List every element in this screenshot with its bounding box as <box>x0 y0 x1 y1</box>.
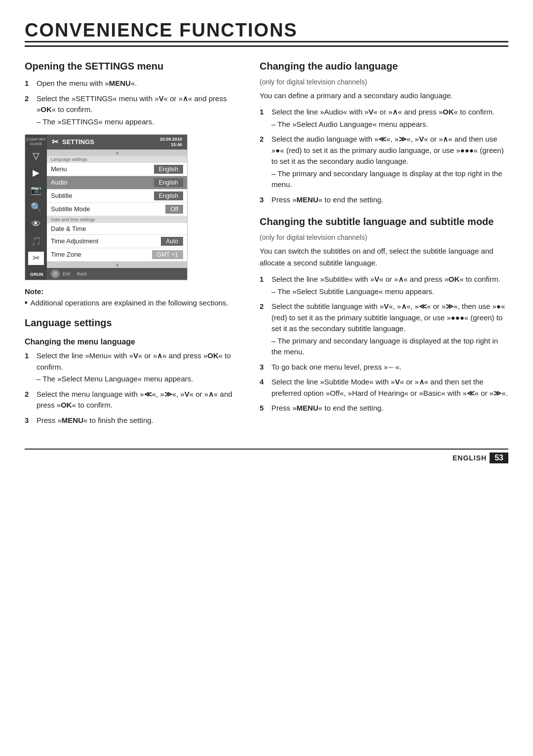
sidebar-icon-settings: ✂ <box>28 252 44 265</box>
menu-lang-step-3: 3 Press »MENU« to finish the setting. <box>25 415 242 426</box>
changing-subtitle-section: Changing the subtitle language and subti… <box>260 216 508 414</box>
menu-row-menu: Menu English <box>47 163 187 176</box>
subtitle-step-2: 2 Select the subtitle language with »V«,… <box>260 301 508 358</box>
sidebar-icon-eye: 👁 <box>28 218 44 231</box>
note-box: Note: Additional operations are explaine… <box>25 287 242 309</box>
svg-text:GRUNDIG: GRUNDIG <box>30 272 43 277</box>
language-settings-heading: Language settings <box>25 317 242 329</box>
menu-row-subtitle: Subtitle English <box>47 189 187 203</box>
menu-row-audio: Audio English <box>47 176 187 189</box>
menu-row-time-zone: Time Zone GMT +1 <box>47 248 187 262</box>
language-settings-section: Language settings Changing the menu lang… <box>25 317 242 426</box>
menu-datetime: 20.09.2010 15:46 <box>160 137 182 148</box>
grundig-logo-icon: GRUNDIG <box>29 269 43 278</box>
menu-exit-label: Exit <box>63 271 70 276</box>
settings-icon: ✂ <box>52 137 58 147</box>
menu-down-arrow: ∨ <box>47 262 187 268</box>
menu-sidebar: COMFORTGUIDE ▽ ▶ 📷 🔍 👁 🎵 ✂ GRUNDIG <box>25 135 47 280</box>
subtitle-intro: You can switch the subtitles on and off,… <box>260 245 508 269</box>
note-item-1: Additional operations are explained in t… <box>25 298 242 309</box>
menu-row-time-adjustment: Time Adjustment Auto <box>47 235 187 248</box>
menu-up-arrow: ∧ <box>47 150 187 156</box>
menu-row-subtitle-mode: Subtitle Mode Off <box>47 203 187 216</box>
menu-row-datetime: Date & Time <box>47 223 187 235</box>
step-1: 1 Open the menu with »MENU«. <box>25 78 242 89</box>
page-title: CONVENIENCE FUNCTIONS <box>25 20 508 47</box>
changing-menu-language-heading: Changing the menu language <box>25 338 242 346</box>
audio-step-3: 3 Press »MENU« to end the setting. <box>260 194 508 206</box>
menu-section-datetime: Date and time settings <box>47 216 187 223</box>
page-footer: ENGLISH 53 <box>25 449 508 463</box>
left-column: Opening the SETTINGS menu 1 Open the men… <box>25 61 242 431</box>
changing-audio-heading: Changing the audio language <box>260 61 508 72</box>
sidebar-icon-audio: 🎵 <box>28 234 44 248</box>
menu-header-title-text: SETTINGS <box>62 138 94 146</box>
changing-audio-steps: 1 Select the line »Audio« with »V« or »∧… <box>260 107 508 205</box>
changing-menu-language-steps: 1 Select the line »Menu« with »V« or »∧«… <box>25 350 242 426</box>
step-2: 2 Select the »SETTINGS« menu with »V« or… <box>25 93 242 128</box>
menu-back-label: Back <box>77 271 87 276</box>
menu-section-language: Language settings <box>47 156 187 163</box>
right-column: Changing the audio language (only for di… <box>260 61 508 431</box>
menu-header: ✂ SETTINGS 20.09.2010 15:46 <box>47 135 187 150</box>
opening-settings-section: Opening the SETTINGS menu 1 Open the men… <box>25 61 242 127</box>
opening-settings-heading: Opening the SETTINGS menu <box>25 61 242 72</box>
sidebar-icon-search: 🔍 <box>28 200 44 214</box>
subtitle-step-3: 3 To go back one menu level, press »←«. <box>260 362 508 373</box>
menu-main-area: ✂ SETTINGS 20.09.2010 15:46 ∧ Language s… <box>47 135 187 280</box>
audio-step-1: 1 Select the line »Audio« with »V« or »∧… <box>260 107 508 130</box>
sidebar-icon-photo: 📷 <box>28 184 44 197</box>
footer-page-number: 53 <box>490 453 508 463</box>
audio-intro: You can define a primary and a secondary… <box>260 90 508 102</box>
opening-settings-steps: 1 Open the menu with »MENU«. 2 Select th… <box>25 78 242 127</box>
menu-bottom-bar: ⊙ Exit Back <box>47 268 187 280</box>
changing-subtitle-heading: Changing the subtitle language and subti… <box>260 216 508 227</box>
changing-audio-section: Changing the audio language (only for di… <box>260 61 508 205</box>
sidebar-icon-comfort: ▽ <box>28 150 44 163</box>
menu-bottom-circle-icon: ⊙ <box>51 269 60 278</box>
audio-paren: (only for digital television channels) <box>260 78 508 86</box>
subtitle-step-4: 4 Select the line »Subtitle Mode« with »… <box>260 377 508 399</box>
subtitle-step-1: 1 Select the line »Subtitle« with »V« or… <box>260 274 508 297</box>
settings-menu-mockup: COMFORTGUIDE ▽ ▶ 📷 🔍 👁 🎵 ✂ GRUNDIG <box>25 134 188 280</box>
audio-step-2: 2 Select the audio language with »≪«, »≫… <box>260 134 508 190</box>
footer-language: ENGLISH <box>453 454 487 462</box>
menu-lang-step-1: 1 Select the line »Menu« with »V« or »∧«… <box>25 350 242 385</box>
sidebar-top-label: COMFORTGUIDE <box>26 138 46 147</box>
note-title: Note: <box>25 287 242 296</box>
sidebar-icon-play: ▶ <box>28 166 44 180</box>
subtitle-paren: (only for digital television channels) <box>260 233 508 241</box>
menu-lang-step-2: 2 Select the menu language with »≪«, »≫«… <box>25 389 242 411</box>
subtitle-step-5: 5 Press »MENU« to end the setting. <box>260 403 508 414</box>
changing-subtitle-steps: 1 Select the line »Subtitle« with »V« or… <box>260 274 508 414</box>
